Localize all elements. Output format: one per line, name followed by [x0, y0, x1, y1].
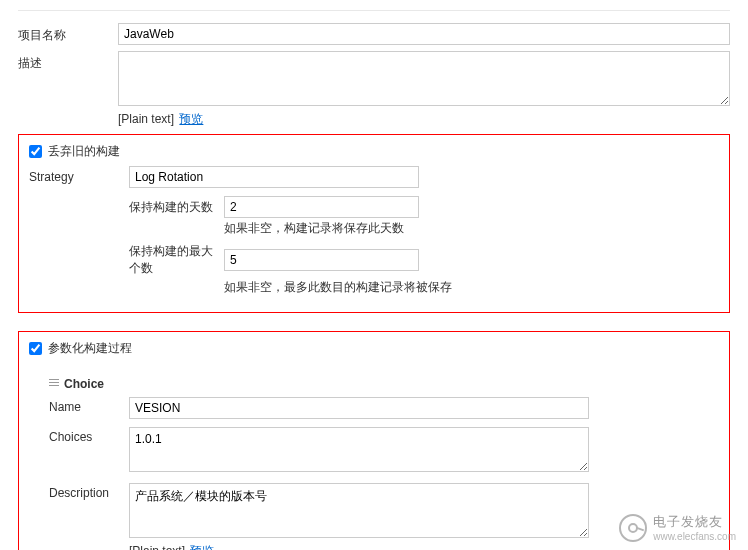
parameterized-checkbox[interactable] [29, 342, 42, 355]
choice-title: Choice [64, 377, 104, 391]
max-num-input[interactable] [224, 249, 419, 271]
param-desc-label: Description [49, 483, 129, 500]
description-textarea[interactable] [118, 51, 730, 106]
max-num-label: 保持构建的最大个数 [129, 243, 224, 277]
project-name-row: 项目名称 [18, 23, 730, 45]
days-keep-label: 保持构建的天数 [129, 199, 224, 216]
choice-header: Choice [49, 377, 719, 391]
watermark-icon [619, 514, 647, 542]
preview-link[interactable]: 预览 [179, 112, 203, 126]
watermark: 电子发烧友 www.elecfans.com [619, 513, 736, 542]
plain-text-label: [Plain text] [118, 112, 174, 126]
max-num-hint: 如果非空，最多此数目的构建记录将被保存 [224, 279, 719, 296]
param-plain-text-label: [Plain text] [129, 544, 185, 550]
watermark-url: www.elecfans.com [653, 531, 736, 542]
description-label: 描述 [18, 51, 118, 72]
param-choices-label: Choices [49, 427, 129, 444]
discard-old-label: 丢弃旧的构建 [48, 143, 120, 160]
param-preview-link[interactable]: 预览 [190, 544, 214, 550]
strategy-label: Strategy [29, 166, 129, 188]
days-keep-input[interactable] [224, 196, 419, 218]
discard-old-checkbox[interactable] [29, 145, 42, 158]
description-row: 描述 [Plain text] 预览 [18, 51, 730, 128]
watermark-brand: 电子发烧友 [653, 513, 736, 531]
discard-old-section: 丢弃旧的构建 Strategy 保持构建的天数 如果非空，构建记录将保存此天数 … [18, 134, 730, 313]
days-keep-hint: 如果非空，构建记录将保存此天数 [224, 220, 719, 237]
parameterized-label: 参数化构建过程 [48, 340, 132, 357]
param-desc-textarea[interactable] [129, 483, 589, 538]
param-name-input[interactable] [129, 397, 589, 419]
param-name-label: Name [49, 397, 129, 414]
project-name-label: 项目名称 [18, 23, 118, 44]
strategy-input[interactable] [129, 166, 419, 188]
grip-icon[interactable] [49, 379, 59, 389]
param-choices-textarea[interactable] [129, 427, 589, 472]
project-name-input[interactable] [118, 23, 730, 45]
